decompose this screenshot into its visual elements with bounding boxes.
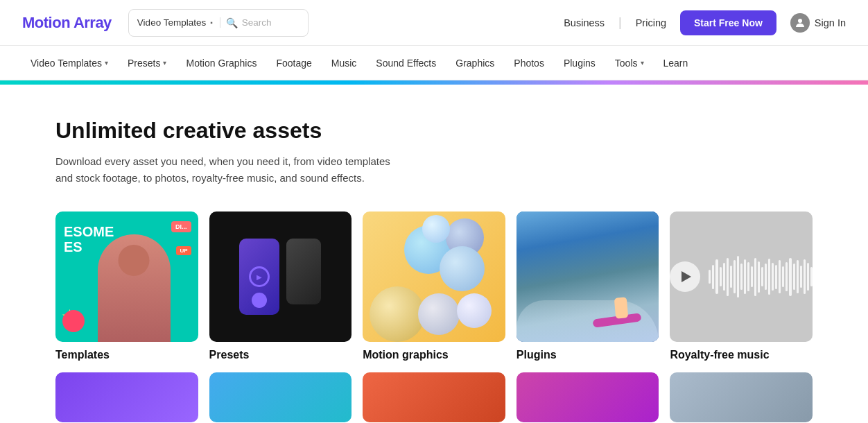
waveform-bar xyxy=(709,270,711,284)
waveform-bar xyxy=(797,260,799,293)
waveform-bar xyxy=(715,259,718,294)
header: Motion Array Video Templates ▪ 🔍 Search … xyxy=(0,0,868,46)
nav-item-photos[interactable]: Photos xyxy=(505,53,553,73)
waveform-bar xyxy=(800,266,802,288)
waveform-bar xyxy=(712,265,714,289)
card-bottom-5[interactable] xyxy=(670,372,813,422)
waveform-bar xyxy=(754,258,756,296)
nav-item-presets[interactable]: Presets ▾ xyxy=(119,53,175,73)
nav-item-plugins[interactable]: Plugins xyxy=(555,53,604,73)
nav-item-motion-graphics[interactable]: Motion Graphics xyxy=(177,53,265,73)
card-presets-image: ▶ xyxy=(209,212,352,342)
waveform-bar xyxy=(768,259,770,295)
waveform-bar xyxy=(727,258,729,296)
waveform xyxy=(709,259,813,294)
start-free-button[interactable]: Start Free Now xyxy=(680,10,776,35)
avatar-icon xyxy=(790,13,810,33)
search-category-chevron: ▪ xyxy=(210,19,213,26)
card-presets[interactable]: ▶ Presets xyxy=(209,212,352,361)
nav-item-learn[interactable]: Learn xyxy=(655,53,697,73)
business-link[interactable]: Business xyxy=(564,17,605,28)
nav-item-tools[interactable]: Tools ▾ xyxy=(607,53,652,73)
pricing-link[interactable]: Pricing xyxy=(636,17,666,28)
card-presets-label: Presets xyxy=(209,349,352,361)
waveform-bar xyxy=(751,266,753,287)
card-bottom-2[interactable] xyxy=(209,372,352,422)
card-templates-label: Templates xyxy=(55,349,198,361)
waveform-bar xyxy=(758,261,760,293)
sign-in-button[interactable]: Sign In xyxy=(790,13,846,33)
card-motion-graphics-label: Motion graphics xyxy=(363,349,505,361)
cards-row-bottom xyxy=(55,372,813,422)
waveform-bar xyxy=(734,260,736,293)
play-icon xyxy=(682,271,691,282)
card-motion-graphics-image xyxy=(363,212,505,342)
nav-item-video-templates[interactable]: Video Templates ▾ xyxy=(22,53,116,73)
card-music-label: Royalty-free music xyxy=(670,349,813,361)
search-category-label: Video Templates xyxy=(137,17,206,28)
logo[interactable]: Motion Array xyxy=(22,14,112,32)
card-bottom-3[interactable] xyxy=(363,372,505,422)
card-templates-image: ESOME ES DI... ★ UP xyxy=(55,212,198,342)
card-plugins-label: Plugins xyxy=(517,349,659,361)
chevron-down-icon: ▾ xyxy=(641,59,644,67)
waveform-bar xyxy=(779,260,781,293)
waveform-bar xyxy=(804,259,806,294)
main-content: Unlimited creative assets Download every… xyxy=(0,85,868,423)
waveform-bar xyxy=(807,263,809,291)
nav-item-footage[interactable]: Footage xyxy=(268,53,320,73)
nav-divider: | xyxy=(618,15,622,30)
hero-title: Unlimited creative assets xyxy=(55,118,813,144)
waveform-bar xyxy=(775,265,777,289)
search-bar[interactable]: Video Templates ▪ 🔍 Search xyxy=(128,9,309,37)
waveform-bar xyxy=(744,259,746,294)
waveform-bar xyxy=(793,264,795,290)
card-plugins-image xyxy=(517,212,659,342)
card-bottom-1[interactable] xyxy=(55,372,198,422)
chevron-down-icon: ▾ xyxy=(105,59,108,67)
chevron-down-icon: ▾ xyxy=(163,59,166,67)
card-music-image xyxy=(670,212,813,342)
card-bottom-4[interactable] xyxy=(517,372,659,422)
waveform-bar xyxy=(720,267,722,286)
waveform-bar xyxy=(723,263,725,291)
waveform-bar xyxy=(782,266,784,287)
search-label: Search xyxy=(242,17,272,28)
nav-item-sound-effects[interactable]: Sound Effects xyxy=(367,53,444,73)
card-templates[interactable]: ESOME ES DI... ★ UP Templates xyxy=(55,212,198,361)
waveform-bar xyxy=(730,266,732,288)
search-icon: 🔍 xyxy=(226,17,238,28)
search-category[interactable]: Video Templates ▪ xyxy=(137,17,220,28)
waveform-bar xyxy=(737,256,739,297)
nav-item-graphics[interactable]: Graphics xyxy=(447,53,503,73)
waveform-bar xyxy=(785,262,788,291)
waveform-bar xyxy=(772,263,774,291)
hero-description: Download every asset you need, when you … xyxy=(55,153,471,187)
waveform-bar xyxy=(789,258,791,296)
waveform-bar xyxy=(761,267,763,286)
play-button[interactable] xyxy=(670,261,700,292)
waveform-bar xyxy=(765,264,767,290)
card-plugins[interactable]: Plugins xyxy=(517,212,659,361)
sign-in-label: Sign In xyxy=(815,17,846,28)
search-right[interactable]: 🔍 Search xyxy=(226,17,272,28)
waveform-bar xyxy=(810,267,813,286)
navbar: Video Templates ▾ Presets ▾ Motion Graph… xyxy=(0,46,868,80)
waveform-bar xyxy=(740,264,743,290)
card-motion-graphics[interactable]: Motion graphics xyxy=(363,212,505,361)
header-nav: Business | Pricing Start Free Now Sign I… xyxy=(564,10,846,35)
nav-item-music[interactable]: Music xyxy=(323,53,365,73)
cards-row: ESOME ES DI... ★ UP Templates xyxy=(55,212,813,361)
card-music[interactable]: Royalty-free music xyxy=(670,212,813,361)
waveform-bar xyxy=(747,262,749,291)
svg-point-0 xyxy=(798,19,802,23)
